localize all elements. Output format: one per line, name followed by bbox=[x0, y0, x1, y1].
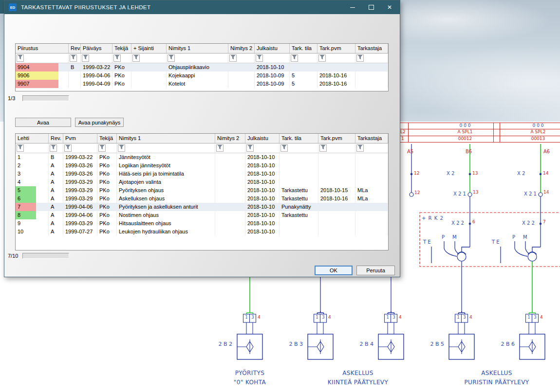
filter-cell[interactable] bbox=[16, 143, 49, 153]
filter-cell[interactable] bbox=[167, 53, 228, 63]
cell: PKo bbox=[97, 195, 117, 203]
filter-funnel-icon[interactable] bbox=[246, 144, 254, 152]
filter-funnel-icon[interactable] bbox=[319, 144, 327, 152]
column-header[interactable]: Julkaistu bbox=[245, 134, 280, 143]
proximity-sensor-icon bbox=[308, 339, 324, 354]
open-button[interactable]: Avaa bbox=[15, 118, 71, 127]
dialog-titlebar[interactable]: ED TARKASTETTAVAT PIIRUSTUKSET JA LEHDET… bbox=[4, 0, 400, 14]
dialog-body: PiirustusRev.PäiväysTekijä+ SijaintiNimi… bbox=[4, 14, 400, 277]
cell: 1999-03-29 bbox=[63, 178, 97, 186]
column-header[interactable]: Tekijä bbox=[97, 134, 117, 143]
table-row[interactable]: 3A1999-03-26PKoHätä-seis piiri ja toimin… bbox=[16, 170, 388, 178]
filter-funnel-icon[interactable] bbox=[229, 54, 237, 62]
filter-cell[interactable] bbox=[245, 143, 280, 153]
cell bbox=[317, 63, 355, 71]
filter-cell[interactable] bbox=[290, 53, 317, 63]
filter-funnel-icon[interactable] bbox=[256, 54, 263, 62]
filter-cell[interactable] bbox=[255, 53, 290, 63]
column-header[interactable]: Nimitys 1 bbox=[167, 44, 228, 53]
filter-cell[interactable] bbox=[215, 143, 245, 153]
table-row[interactable]: 7A1999-04-06PKoPyörityksen ja askellukse… bbox=[16, 203, 388, 211]
column-header[interactable]: Rev. bbox=[69, 44, 81, 53]
cell: Kojekaappi bbox=[167, 71, 228, 80]
sheets-scrollbar[interactable] bbox=[22, 253, 69, 259]
table-row[interactable]: 9904B1999-03-22PKoOhjauspiirikaavio2018-… bbox=[16, 63, 388, 71]
filter-cell[interactable] bbox=[81, 53, 112, 63]
pin-number: 7 bbox=[543, 219, 546, 225]
filter-cell[interactable] bbox=[228, 53, 255, 63]
filter-funnel-icon[interactable] bbox=[168, 54, 175, 62]
table-row[interactable]: 1B1999-03-22PKoJännitesyötöt2018-10-10 bbox=[16, 153, 388, 161]
filter-cell[interactable] bbox=[318, 143, 355, 153]
filter-cell[interactable] bbox=[16, 53, 69, 63]
cell: Kotelot bbox=[167, 80, 228, 88]
cell: 1999-04-06 bbox=[81, 71, 112, 80]
column-header[interactable]: Rev. bbox=[49, 134, 63, 143]
filter-funnel-icon[interactable] bbox=[356, 144, 364, 152]
open-redline-button[interactable]: Avaa punakynäys bbox=[75, 118, 124, 127]
filter-funnel-icon[interactable] bbox=[113, 54, 121, 62]
column-header[interactable]: Tekijä bbox=[112, 44, 131, 53]
table-row[interactable]: 2A1999-03-26PKoLogiikan jännitesyötöt201… bbox=[16, 161, 388, 170]
filter-cell[interactable] bbox=[280, 143, 318, 153]
filter-cell[interactable] bbox=[317, 53, 355, 63]
filter-cell[interactable] bbox=[69, 53, 81, 63]
filter-funnel-icon[interactable] bbox=[50, 144, 57, 152]
filter-funnel-icon[interactable] bbox=[132, 54, 140, 62]
table-row[interactable]: 9A1999-03-29PKoHitsauslaitteen ohjaus201… bbox=[16, 219, 388, 228]
filter-funnel-icon[interactable] bbox=[98, 144, 106, 152]
column-header[interactable]: Tark.pvm bbox=[317, 44, 355, 53]
terminal-dot bbox=[469, 223, 471, 225]
ref-cell: A SPL1 bbox=[450, 129, 480, 135]
filter-funnel-icon[interactable] bbox=[82, 54, 89, 62]
maximize-button[interactable] bbox=[362, 0, 380, 14]
column-header[interactable]: Tark. tila bbox=[280, 134, 318, 143]
table-row[interactable]: 99061999-04-06PKoKojekaappi2018-10-09520… bbox=[16, 71, 388, 80]
filter-cell[interactable] bbox=[355, 53, 388, 63]
column-header[interactable]: Nimitys 2 bbox=[215, 134, 245, 143]
filter-funnel-icon[interactable] bbox=[216, 144, 224, 152]
filter-cell[interactable] bbox=[131, 53, 167, 63]
column-header[interactable]: Päiväys bbox=[81, 44, 112, 53]
filter-funnel-icon[interactable] bbox=[280, 144, 288, 152]
table-row[interactable]: 99071999-04-09PKoKotelot2018-10-0952018-… bbox=[16, 80, 388, 88]
ok-button[interactable]: OK bbox=[315, 266, 353, 275]
column-header[interactable]: + Sijainti bbox=[131, 44, 167, 53]
drawings-scrollbar[interactable] bbox=[22, 95, 69, 101]
pin-number: 13 bbox=[472, 171, 478, 176]
filter-funnel-icon[interactable] bbox=[118, 144, 125, 152]
column-header[interactable]: Tarkastaja bbox=[355, 44, 388, 53]
column-header[interactable]: Tark.pvm bbox=[318, 134, 355, 143]
column-header[interactable]: Tarkastaja bbox=[355, 134, 388, 143]
table-row[interactable]: 8A1999-04-06PKoNostimen ohjaus2018-10-10… bbox=[16, 211, 388, 219]
filter-cell[interactable] bbox=[117, 143, 215, 153]
filter-funnel-icon[interactable] bbox=[291, 54, 298, 62]
filter-funnel-icon[interactable] bbox=[64, 144, 72, 152]
filter-cell[interactable] bbox=[112, 53, 131, 63]
filter-cell[interactable] bbox=[355, 143, 388, 153]
column-header[interactable]: Julkaistu bbox=[255, 44, 290, 53]
table-row[interactable]: 10A1999-07-27PKoLeukojen hydrauliikan oh… bbox=[16, 228, 388, 236]
column-header[interactable]: Nimitys 1 bbox=[117, 134, 215, 143]
filter-funnel-icon[interactable] bbox=[17, 144, 24, 152]
filter-cell[interactable] bbox=[63, 143, 97, 153]
filter-cell[interactable] bbox=[97, 143, 117, 153]
x21-connector-icon bbox=[410, 193, 413, 196]
column-header[interactable]: Piirustus bbox=[16, 44, 69, 53]
filter-funnel-icon[interactable] bbox=[356, 54, 364, 62]
sensor-tag: 2 B 6 bbox=[488, 341, 515, 347]
column-header[interactable]: Tark. tila bbox=[290, 44, 317, 53]
filter-funnel-icon[interactable] bbox=[17, 54, 24, 62]
table-row[interactable]: 5A1999-03-29PKoPyörityksen ohjaus2018-10… bbox=[16, 186, 388, 195]
filter-cell[interactable] bbox=[49, 143, 63, 153]
column-header[interactable]: Lehti bbox=[16, 134, 49, 143]
table-row[interactable]: 4A1999-03-29PKoAjotapojen valinta2018-10… bbox=[16, 178, 388, 186]
filter-funnel-icon[interactable] bbox=[318, 54, 326, 62]
column-header[interactable]: Pvm bbox=[63, 134, 97, 143]
close-button[interactable]: ✕ bbox=[380, 0, 399, 14]
minimize-button[interactable] bbox=[343, 0, 362, 14]
filter-funnel-icon[interactable] bbox=[70, 54, 77, 62]
cancel-button[interactable]: Peruuta bbox=[356, 266, 395, 275]
column-header[interactable]: Nimitys 2 bbox=[228, 44, 255, 53]
table-row[interactable]: 6A1999-03-29PKoAskelluksen ohjaus2018-10… bbox=[16, 195, 388, 203]
